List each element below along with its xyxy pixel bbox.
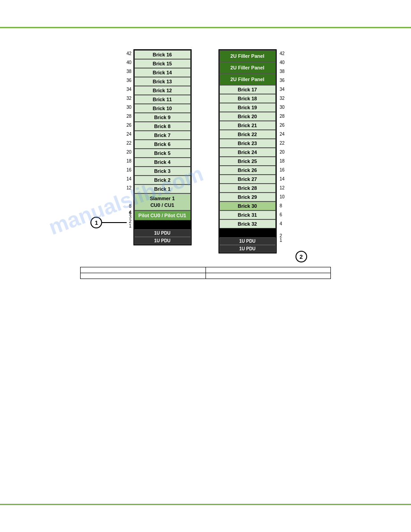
diagram-area: 42 40 38 36 34 32 30 28 26 24 22 20 18 1… xyxy=(0,36,411,253)
table-row xyxy=(81,267,331,273)
slot-brick6: Brick 6 xyxy=(134,140,191,149)
slot-brick28: Brick 28 xyxy=(219,184,276,193)
callout1-area: 1 xyxy=(90,217,127,228)
slot-brick25: Brick 25 xyxy=(219,157,276,166)
slot-brick16: Brick 16 xyxy=(134,50,191,59)
slot-brick20: Brick 20 xyxy=(219,112,276,121)
slot-slammer1: Slammer 1CU0 / CU1 xyxy=(134,193,191,210)
slot-brick15: Brick 15 xyxy=(134,59,191,68)
table-row xyxy=(81,273,331,279)
slot-brick11: Brick 11 xyxy=(134,95,191,104)
rack1-spacer-black xyxy=(134,220,191,229)
table-cell-4 xyxy=(206,273,331,279)
info-table xyxy=(80,267,331,279)
slot-pdu2: 1U PDU xyxy=(134,237,191,245)
slot-pdu4: 1U PDU xyxy=(219,245,276,253)
rack2-scale-right: 42 40 38 36 34 32 30 28 26 24 22 20 18 1… xyxy=(278,49,285,243)
table-cell-3 xyxy=(81,273,206,279)
slot-brick21: Brick 21 xyxy=(219,121,276,130)
slot-filler1: 2U Filler Panel xyxy=(219,50,276,62)
slot-brick1: Brick 1 xyxy=(134,184,191,193)
slot-brick31: Brick 31 xyxy=(219,210,276,219)
slot-brick27: Brick 27 xyxy=(219,175,276,184)
callout2-area: 2 xyxy=(295,251,307,262)
rack2: 2U Filler Panel 2U Filler Panel 2U Fille… xyxy=(218,49,277,253)
slot-filler2: 2U Filler Panel xyxy=(219,62,276,73)
slot-brick4: Brick 4 xyxy=(134,158,191,167)
slot-brick32: Brick 32 xyxy=(219,219,276,228)
bottom-rule xyxy=(0,504,411,505)
slot-pdu1: 1U PDU xyxy=(134,229,191,237)
slot-pilot: Pilot CU0 / Pilot CU1 xyxy=(134,210,191,220)
slot-brick29: Brick 29 xyxy=(219,193,276,202)
callout1-label: 1 xyxy=(95,219,98,226)
slot-brick7: Brick 7 xyxy=(134,131,191,140)
slot-brick24: Brick 24 xyxy=(219,148,276,157)
slot-brick22: Brick 22 xyxy=(219,130,276,139)
rack2-spacer-black xyxy=(219,228,276,237)
rack2-wrapper: 2U Filler Panel 2U Filler Panel 2U Fille… xyxy=(218,49,285,253)
slot-brick17: Brick 17 xyxy=(219,85,276,94)
slot-brick26: Brick 26 xyxy=(219,166,276,175)
table-cell-2 xyxy=(206,267,331,273)
rack1-scale-left: 42 40 38 36 34 32 30 28 26 24 22 20 18 1… xyxy=(126,49,131,228)
page-content: 42 40 38 36 34 32 30 28 26 24 22 20 18 1… xyxy=(0,36,411,496)
rack1: Brick 16 Brick 15 Brick 14 Brick 13 Bric… xyxy=(133,49,192,245)
slot-filler3: 2U Filler Panel xyxy=(219,73,276,85)
slot-brick30: Brick 30 xyxy=(219,202,276,210)
slot-brick23: Brick 23 xyxy=(219,139,276,148)
slot-brick18: Brick 18 xyxy=(219,94,276,103)
slot-brick3: Brick 3 xyxy=(134,167,191,176)
callout2-label: 2 xyxy=(300,253,303,260)
slot-brick5: Brick 5 xyxy=(134,149,191,158)
table-cell-1 xyxy=(81,267,206,273)
callout2-circle: 2 xyxy=(295,251,307,262)
slot-brick8: Brick 8 xyxy=(134,122,191,131)
slot-brick13: Brick 13 xyxy=(134,77,191,86)
rack1-wrapper: 42 40 38 36 34 32 30 28 26 24 22 20 18 1… xyxy=(126,49,191,245)
callout1-line xyxy=(102,222,127,223)
slot-brick9: Brick 9 xyxy=(134,113,191,122)
slot-brick12: Brick 12 xyxy=(134,86,191,95)
callout1-circle: 1 xyxy=(90,217,102,228)
slot-brick14: Brick 14 xyxy=(134,68,191,77)
slot-brick10: Brick 10 xyxy=(134,104,191,113)
top-rule xyxy=(0,27,411,28)
slot-brick19: Brick 19 xyxy=(219,103,276,112)
slot-brick2: Brick 2 xyxy=(134,176,191,184)
slot-pdu3: 1U PDU xyxy=(219,237,276,245)
table-area xyxy=(80,267,331,279)
